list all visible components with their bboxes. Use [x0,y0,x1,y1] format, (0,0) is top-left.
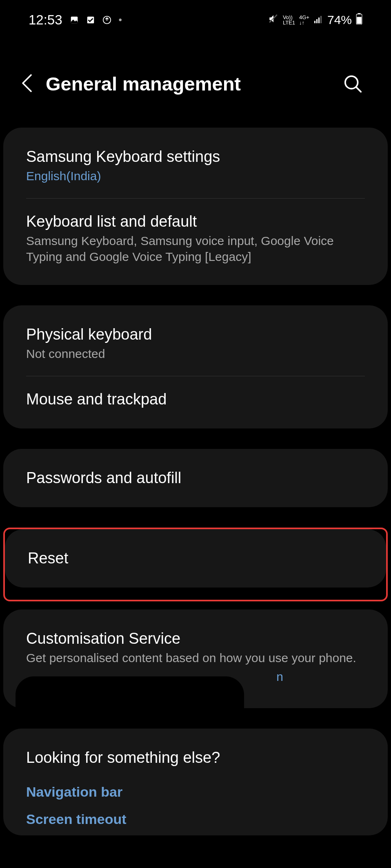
item-keyboard-list-default[interactable]: Keyboard list and default Samsung Keyboa… [3,199,388,285]
check-box-icon [86,15,95,24]
svg-rect-8 [320,16,322,23]
signal-icon [313,13,323,27]
item-title: Reset [28,550,363,567]
item-title: Customisation Service [26,630,365,647]
mute-icon [268,13,279,27]
svg-line-13 [356,87,361,92]
svg-rect-7 [318,18,320,23]
status-time: 12:53 [29,12,62,28]
search-icon [344,75,362,93]
more-notifications-icon: • [119,14,122,26]
page-title: General management [46,73,331,95]
battery-icon [356,13,362,27]
item-samsung-keyboard-settings[interactable]: Samsung Keyboard settings English(India) [3,128,388,198]
item-title: Mouse and trackpad [26,391,365,408]
highlight-reset: Reset [3,528,388,601]
card-input-devices: Physical keyboard Not connected Mouse an… [3,305,388,428]
battery-percentage: 74% [327,13,352,27]
link-screen-timeout[interactable]: Screen timeout [3,808,388,835]
item-subtitle: Samsung Keyboard, Samsung voice input, G… [26,233,365,265]
item-subtitle: Get personalised content based on how yo… [26,650,365,666]
item-mouse-trackpad[interactable]: Mouse and trackpad [3,376,388,428]
app-update-icon [102,15,111,24]
item-title: Physical keyboard [26,326,365,343]
card-customisation: Customisation Service Get personalised c… [3,610,388,708]
item-subtitle: Not connected [26,346,365,362]
item-title: Passwords and autofill [26,469,365,487]
link-navigation-bar[interactable]: Navigation bar [3,781,388,808]
volte-icon: Vo))LTE1 [283,15,295,25]
item-title: Keyboard list and default [26,213,365,230]
status-right: Vo))LTE1 4G+↓↑ 74% [268,13,362,27]
search-button[interactable] [344,75,362,93]
card-reset: Reset [5,529,386,588]
item-reset[interactable]: Reset [5,529,386,588]
page-header: General management [0,36,391,128]
item-passwords-autofill[interactable]: Passwords and autofill [3,449,388,507]
chevron-left-icon [20,73,33,93]
gallery-icon [70,15,79,24]
status-bar: 12:53 • Vo))LTE1 4G+↓↑ 74% [0,0,391,36]
item-title: Samsung Keyboard settings [26,148,365,166]
back-button[interactable] [20,73,33,95]
item-physical-keyboard[interactable]: Physical keyboard Not connected [3,305,388,376]
card-looking-for: Looking for something else? Navigation b… [3,729,388,835]
overlay-popup [16,676,244,709]
looking-for-title: Looking for something else? [3,729,388,781]
network-type-icon: 4G+↓↑ [299,15,309,25]
svg-rect-5 [314,21,315,23]
item-subtitle: English(India) [26,168,365,184]
svg-rect-6 [316,19,318,23]
svg-rect-11 [357,17,361,24]
card-passwords: Passwords and autofill [3,449,388,507]
status-left: 12:53 • [29,12,122,28]
card-keyboard: Samsung Keyboard settings English(India)… [3,128,388,285]
